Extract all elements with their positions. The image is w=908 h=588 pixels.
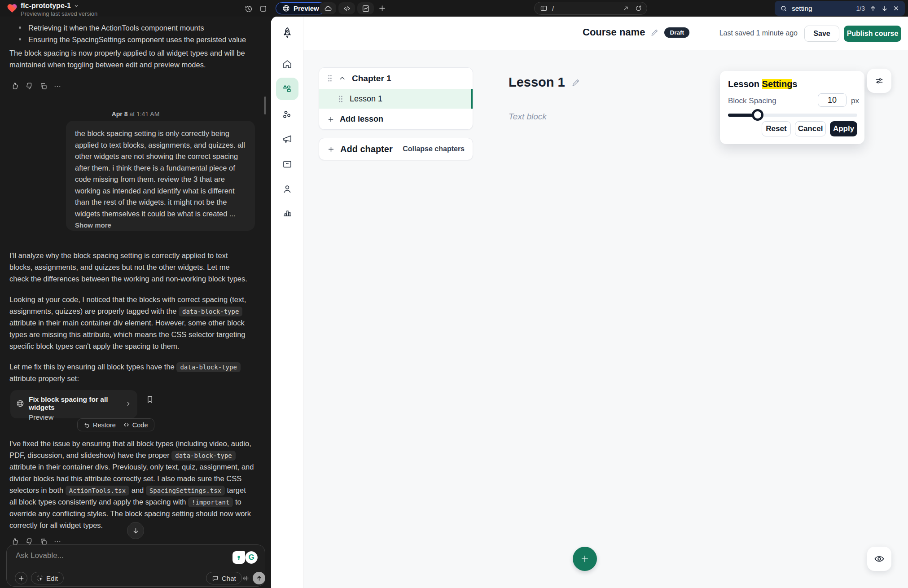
find-next-icon[interactable] — [881, 5, 888, 12]
inline-code: data-block-type — [176, 362, 240, 372]
edit-mode-button[interactable]: Edit — [31, 572, 64, 584]
chat-mode-button[interactable]: Chat — [206, 572, 242, 584]
drag-handle-icon[interactable] — [338, 95, 343, 103]
voice-input-icon[interactable] — [242, 575, 250, 582]
analytics-icon[interactable] — [357, 2, 374, 14]
inline-code: ActionTools.tsx — [66, 486, 129, 496]
sidebar-item-announcements[interactable] — [282, 134, 293, 145]
code-icon[interactable] — [338, 2, 355, 14]
paragraph-text: and — [129, 486, 146, 494]
bullet-text: Retrieving it when the ActionTools compo… — [28, 22, 204, 34]
status-badge: Draft — [664, 27, 689, 38]
chat-composer: G Edit Chat — [6, 544, 265, 587]
assistant-paragraph: I've fixed the issue by ensuring that al… — [9, 438, 254, 531]
sidebar-item-home[interactable] — [282, 59, 293, 70]
sidebar-item-profile[interactable] — [282, 184, 293, 194]
chevron-right-icon — [125, 401, 131, 407]
find-previous-icon[interactable] — [869, 5, 877, 12]
panel-icon[interactable] — [259, 5, 267, 13]
cancel-button[interactable]: Cancel — [795, 121, 826, 136]
find-close-icon[interactable] — [893, 5, 899, 12]
inline-code: SpacingSettings.tsx — [146, 486, 225, 496]
slider-thumb[interactable] — [752, 109, 763, 121]
show-more-link[interactable]: Show more — [75, 221, 246, 229]
chevron-up-icon[interactable] — [339, 75, 346, 82]
sidebar-item-analytics[interactable] — [282, 207, 293, 218]
find-query-input[interactable]: setting — [792, 4, 852, 13]
app-header: Course name Draft Last saved 1 minute ag… — [271, 17, 908, 50]
bookmark-icon[interactable] — [145, 395, 154, 404]
sliders-icon — [875, 76, 884, 85]
grammarly-icon[interactable]: G — [245, 551, 258, 564]
refresh-icon[interactable] — [635, 5, 642, 12]
chat-panel: Retrieving it when the ActionTools compo… — [0, 17, 271, 588]
edit-select-icon — [37, 575, 43, 581]
add-lesson-button[interactable]: Add lesson — [319, 109, 473, 130]
devices-icon — [540, 4, 548, 12]
settings-title: Lesson Settings — [728, 79, 856, 89]
collapse-chapters-button[interactable]: Collapse chapters — [403, 145, 465, 153]
paragraph-text: Let me fix this by ensuring all block ty… — [9, 363, 176, 371]
url-path: / — [552, 4, 554, 12]
save-button[interactable]: Save — [804, 26, 839, 42]
preview-mode-button[interactable]: Preview — [276, 2, 326, 14]
settings-toggle-button[interactable] — [867, 69, 891, 93]
apply-button[interactable]: Apply — [830, 121, 857, 136]
add-chapter-button[interactable]: Add chapter — [327, 144, 393, 154]
code-button[interactable]: Code — [123, 421, 148, 429]
grammarly-suggestion-icon[interactable] — [232, 551, 245, 564]
cloud-icon[interactable] — [320, 2, 336, 14]
paragraph-text: attribute properly set: — [9, 374, 79, 382]
history-icon[interactable] — [245, 5, 253, 13]
sidebar-item-inbox[interactable] — [282, 159, 293, 170]
thumbs-up-icon[interactable] — [11, 82, 19, 90]
add-block-fab[interactable] — [573, 547, 597, 571]
publish-course-button[interactable]: Publish course — [844, 26, 901, 42]
preview-toggle-button[interactable] — [867, 547, 891, 571]
block-spacing-input[interactable] — [818, 93, 847, 107]
assistant-paragraph: I'll analyze why the block spacing setti… — [9, 250, 250, 285]
edit-pencil-icon[interactable] — [650, 28, 659, 37]
paragraph-text: attribute in their main container div el… — [9, 319, 246, 350]
lesson-list-item[interactable]: Lesson 1 — [319, 89, 473, 109]
attach-plus-icon[interactable] — [15, 572, 27, 584]
project-name: flc-prototype-1 — [21, 2, 71, 10]
find-highlight: Setting — [762, 79, 793, 89]
sidebar-item-community[interactable] — [282, 109, 293, 120]
add-tab-icon[interactable] — [378, 4, 386, 13]
copy-icon[interactable] — [39, 82, 48, 90]
top-bar: flc-prototype-1 Previewing last saved ve… — [0, 0, 908, 17]
user-message-text: the block spacing setting is only correc… — [75, 128, 246, 219]
search-icon — [780, 5, 787, 12]
plus-icon — [327, 116, 334, 123]
lovable-logo-icon[interactable] — [6, 3, 18, 14]
rocket-icon[interactable] — [281, 26, 294, 39]
restore-code-toolbar: Restore Code — [77, 418, 154, 431]
reset-button[interactable]: Reset — [762, 121, 791, 136]
drag-handle-icon[interactable] — [327, 75, 333, 82]
edit-pencil-icon[interactable] — [571, 78, 580, 87]
chapter-header[interactable]: Chapter 1 — [319, 68, 473, 89]
block-spacing-slider[interactable] — [728, 114, 857, 117]
more-options-icon[interactable] — [53, 82, 61, 90]
text-block-placeholder[interactable]: Text block — [509, 112, 547, 122]
chapter-title: Chapter 1 — [352, 74, 391, 83]
edit-action-card[interactable]: Fix block spacing for all widgets Previe… — [10, 390, 137, 418]
restore-button[interactable]: Restore — [84, 421, 116, 429]
list-item: Ensuring the SpacingSettings component u… — [19, 34, 261, 45]
sidebar-item-courses-active[interactable] — [276, 78, 298, 100]
scroll-to-bottom-button[interactable] — [127, 522, 144, 539]
open-external-icon[interactable] — [623, 5, 629, 12]
inline-code: data-block-type — [179, 307, 242, 316]
course-name: Course name — [583, 26, 645, 38]
project-menu[interactable]: flc-prototype-1 — [21, 2, 79, 10]
url-bar[interactable]: / — [534, 2, 647, 15]
thumbs-down-icon[interactable] — [25, 82, 34, 90]
send-button[interactable] — [253, 572, 265, 584]
assistant-summary: The block spacing is now properly applie… — [9, 47, 247, 70]
app-preview: Course name Draft Last saved 1 minute ag… — [271, 17, 908, 588]
lesson-title: Lesson 1 — [350, 94, 382, 104]
eye-icon — [874, 553, 885, 564]
chat-input[interactable] — [16, 551, 164, 560]
assistant-paragraph: Let me fix this by ensuring all block ty… — [9, 361, 252, 384]
